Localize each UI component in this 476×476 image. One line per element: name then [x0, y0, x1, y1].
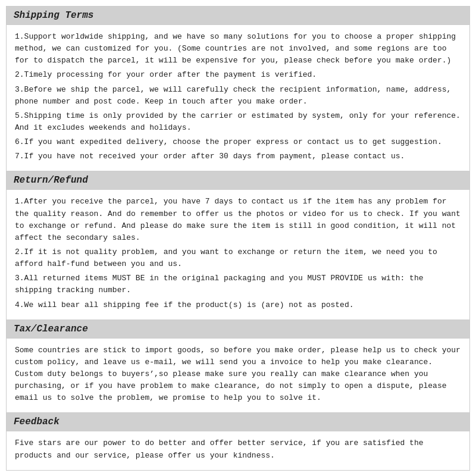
- paragraph-tax-clearance-0: Some countries are stick to import goods…: [15, 345, 461, 405]
- section-return-refund: Return/Refund1.After you receive the par…: [6, 171, 470, 320]
- section-header-shipping-terms: Shipping Terms: [7, 7, 469, 25]
- section-body-return-refund: 1.After you receive the parcel, you have…: [7, 190, 469, 319]
- paragraph-return-refund-3: 4.We will bear all shipping fee if the p…: [15, 299, 461, 311]
- paragraph-shipping-terms-2: 3.Before we ship the parcel, we will car…: [15, 84, 461, 108]
- paragraph-return-refund-2: 3.All returned items MUST BE in the orig…: [15, 273, 461, 296]
- section-header-tax-clearance: Tax/Clearance: [7, 320, 469, 339]
- paragraph-return-refund-1: 2.If it is not quality problem, and you …: [15, 246, 461, 270]
- paragraph-shipping-terms-3: 5.Shipping time is only provided by the …: [15, 110, 461, 134]
- section-shipping-terms: Shipping Terms1.Support worldwide shippi…: [6, 6, 470, 171]
- page-container: Shipping Terms1.Support worldwide shippi…: [6, 6, 470, 471]
- section-feedback: FeedbackFive stars are our power to do b…: [6, 412, 470, 470]
- section-tax-clearance: Tax/ClearanceSome countries are stick to…: [6, 320, 470, 414]
- paragraph-return-refund-0: 1.After you receive the parcel, you have…: [15, 196, 461, 244]
- paragraph-feedback-0: Five stars are our power to do better an…: [15, 437, 461, 461]
- paragraph-shipping-terms-0: 1.Support worldwide shipping, and we hav…: [15, 31, 461, 67]
- paragraph-shipping-terms-4: 6.If you want expedited delivery, choose…: [15, 136, 461, 148]
- section-header-feedback: Feedback: [7, 413, 469, 431]
- paragraph-shipping-terms-5: 7.If you have not received your order af…: [15, 151, 461, 162]
- section-header-return-refund: Return/Refund: [7, 171, 469, 190]
- section-body-shipping-terms: 1.Support worldwide shipping, and we hav…: [7, 25, 469, 171]
- section-body-feedback: Five stars are our power to do better an…: [7, 431, 469, 469]
- section-body-tax-clearance: Some countries are stick to import goods…: [7, 339, 469, 413]
- paragraph-shipping-terms-1: 2.Timely processing for your order after…: [15, 69, 461, 81]
